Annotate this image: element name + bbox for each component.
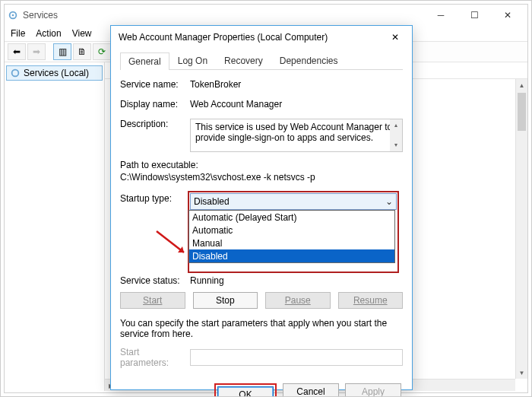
close-icon: ✕ <box>391 32 399 43</box>
cancel-button[interactable]: Cancel <box>283 383 339 397</box>
description-scrollbar[interactable]: ▴ ▾ <box>390 119 402 151</box>
panel-icon: ▥ <box>59 46 67 57</box>
stop-button[interactable]: Stop <box>193 292 258 309</box>
value-path: C:\Windows\system32\svchost.exe -k netsv… <box>120 172 403 183</box>
label-service-name: Service name: <box>120 79 190 90</box>
tab-general[interactable]: General <box>120 52 169 70</box>
pause-button: Pause <box>265 292 331 309</box>
refresh-button[interactable]: ⟳ <box>93 43 111 60</box>
arrow-right-icon: ➡ <box>33 46 40 57</box>
startup-option-disabled[interactable]: Disabled <box>189 249 394 262</box>
startup-type-value: Disabled <box>194 196 230 207</box>
chevron-down-icon: ⌄ <box>385 196 393 207</box>
svg-line-3 <box>157 231 184 252</box>
label-start-parameters: Start parameters: <box>120 347 190 368</box>
label-startup-type: Startup type: <box>120 193 190 204</box>
startup-type-combobox[interactable]: Disabled ⌄ <box>190 193 397 210</box>
tree-item-label: Services (Local) <box>24 68 89 78</box>
refresh-icon: ⟳ <box>98 46 106 57</box>
main-title: Services <box>23 10 424 21</box>
vertical-scrollbar[interactable]: ▲ ▼ <box>515 79 527 379</box>
tree-pane: Services (Local) <box>5 62 105 391</box>
description-text: This service is used by Web Account Mana… <box>195 122 392 143</box>
maximize-button[interactable]: ☐ <box>458 5 491 25</box>
dialog-titlebar: Web Account Manager Properties (Local Co… <box>111 26 412 49</box>
gear-icon <box>10 68 21 78</box>
svg-point-2 <box>12 70 19 77</box>
value-service-name: TokenBroker <box>190 79 403 90</box>
start-parameters-note: You can specify the start parameters tha… <box>120 318 403 339</box>
start-button: Start <box>120 292 185 309</box>
apply-button: Apply <box>345 383 401 397</box>
dialog-footer: OK Cancel Apply <box>111 376 412 397</box>
description-box: This service is used by Web Account Mana… <box>190 119 403 152</box>
svg-marker-4 <box>178 246 184 252</box>
desc-scroll-down-icon[interactable]: ▾ <box>390 139 402 151</box>
properties-dialog: Web Account Manager Properties (Local Co… <box>110 25 413 390</box>
vertical-scroll-thumb[interactable] <box>518 93 526 131</box>
menu-action[interactable]: Action <box>36 28 61 39</box>
tab-logon[interactable]: Log On <box>169 52 216 69</box>
label-path: Path to executable: <box>120 160 403 170</box>
start-parameters-input <box>190 349 403 366</box>
dialog-title: Web Account Manager Properties (Local Co… <box>119 32 386 43</box>
dialog-tabs: General Log On Recovery Dependencies <box>120 52 403 70</box>
tree-item-services-local[interactable]: Services (Local) <box>6 65 103 81</box>
label-description: Description: <box>120 119 190 129</box>
close-button[interactable]: ✕ <box>491 5 524 25</box>
label-service-status: Service status: <box>120 275 190 286</box>
page-icon: 🗎 <box>78 46 87 57</box>
label-display-name: Display name: <box>120 99 190 110</box>
main-titlebar: Services ─ ☐ ✕ <box>5 5 527 26</box>
tab-dependencies[interactable]: Dependencies <box>271 52 347 69</box>
startup-type-dropdown-list: Automatic (Delayed Start) Automatic Manu… <box>188 210 395 263</box>
forward-button[interactable]: ➡ <box>27 43 46 60</box>
menu-view[interactable]: View <box>72 28 92 39</box>
services-app-icon <box>8 10 18 21</box>
startup-option-manual[interactable]: Manual <box>189 237 394 249</box>
scroll-up-icon[interactable]: ▲ <box>516 79 527 91</box>
desc-scroll-up-icon[interactable]: ▴ <box>390 119 402 132</box>
properties-button[interactable]: 🗎 <box>73 43 91 60</box>
value-display-name: Web Account Manager <box>190 99 403 110</box>
tab-recovery[interactable]: Recovery <box>216 52 271 69</box>
dialog-close-button[interactable]: ✕ <box>386 29 404 46</box>
startup-option-automatic[interactable]: Automatic <box>189 224 394 237</box>
minimize-button[interactable]: ─ <box>424 5 458 25</box>
arrow-left-icon: ⬅ <box>13 46 21 57</box>
annotation-ok-box: OK <box>214 383 277 397</box>
svg-point-1 <box>12 14 14 17</box>
startup-option-automatic-delayed[interactable]: Automatic (Delayed Start) <box>189 211 394 224</box>
show-hide-tree-button[interactable]: ▥ <box>53 43 71 60</box>
back-button[interactable]: ⬅ <box>8 43 26 60</box>
value-service-status: Running <box>190 275 403 286</box>
annotation-arrow-icon <box>155 230 193 260</box>
window-controls: ─ ☐ ✕ <box>424 5 524 25</box>
resume-button: Resume <box>338 292 404 309</box>
ok-button[interactable]: OK <box>217 386 274 397</box>
scroll-down-icon[interactable]: ▼ <box>516 367 527 379</box>
menu-file[interactable]: File <box>11 28 25 39</box>
